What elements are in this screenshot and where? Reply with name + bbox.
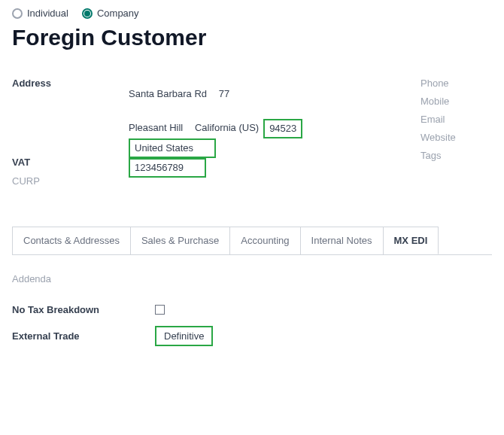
tags-label: Tags: [421, 150, 492, 161]
tab-internal-notes[interactable]: Internal Notes: [301, 227, 384, 254]
external-trade-select[interactable]: Definitive: [155, 326, 213, 346]
address-zip[interactable]: 94523: [263, 119, 302, 138]
address-label: Address: [12, 78, 121, 89]
address-street-no[interactable]: 77: [219, 85, 229, 104]
curp-label: CURP: [12, 175, 121, 187]
no-tax-breakdown-label: No Tax Breakdown: [12, 304, 155, 315]
page-title: Foregin Customer: [12, 25, 492, 50]
customer-type-radio-group: Individual Company: [12, 8, 492, 19]
tab-accounting[interactable]: Accounting: [230, 227, 300, 254]
address-city[interactable]: Pleasant Hill: [129, 119, 183, 138]
vat-value[interactable]: 123456789: [129, 158, 206, 178]
tab-sales-purchase[interactable]: Sales & Purchase: [131, 227, 230, 254]
radio-individual-label: Individual: [27, 8, 68, 19]
address-state[interactable]: California (US): [195, 119, 259, 138]
radio-icon-unchecked: [12, 8, 23, 19]
mobile-label: Mobile: [421, 96, 492, 107]
phone-label: Phone: [421, 78, 492, 89]
radio-company-label: Company: [97, 8, 139, 19]
email-label: Email: [421, 114, 492, 125]
tab-contacts-addresses[interactable]: Contacts & Addresses: [13, 227, 131, 254]
tab-bar: Contacts & Addresses Sales & Purchase Ac…: [12, 227, 439, 255]
radio-individual[interactable]: Individual: [12, 8, 68, 19]
radio-company[interactable]: Company: [82, 8, 139, 19]
address-street[interactable]: Santa Barbara Rd: [129, 85, 207, 104]
vat-label: VAT: [12, 157, 121, 168]
no-tax-breakdown-checkbox[interactable]: [155, 305, 165, 315]
radio-icon-checked: [82, 8, 93, 19]
external-trade-label: External Trade: [12, 330, 155, 342]
address-country[interactable]: United States: [129, 138, 216, 158]
addenda-label: Addenda: [12, 273, 492, 284]
tab-mx-edi[interactable]: MX EDI: [384, 227, 439, 254]
website-label: Website: [421, 132, 492, 143]
